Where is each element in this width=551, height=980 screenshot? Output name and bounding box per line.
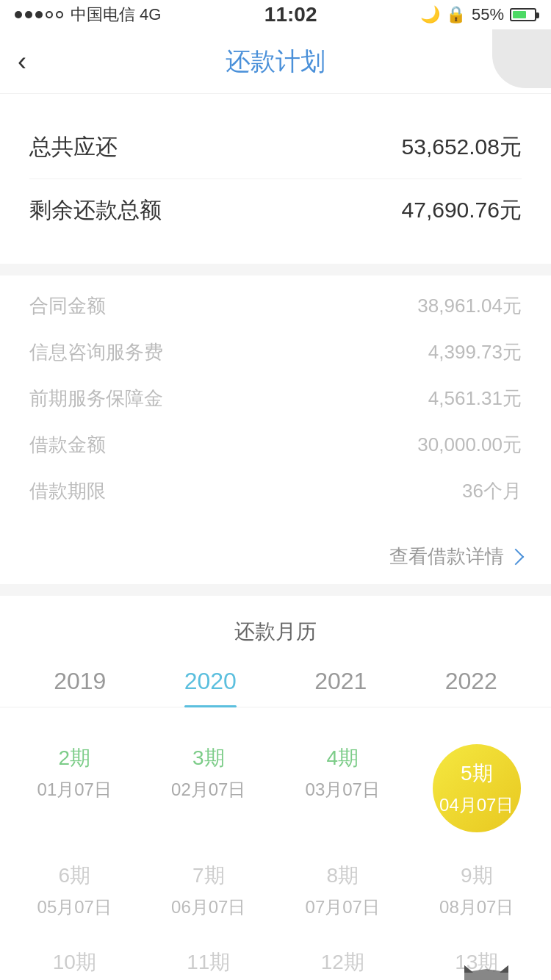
list-item[interactable]: 4期 03月07日 (276, 729, 410, 847)
service-fee-value: 4,399.73元 (428, 339, 522, 365)
list-item[interactable]: 9期 08月07日 (410, 847, 544, 934)
calendar-section: 还款月历 2019 2020 2021 2022 2期 01月07日 3期 02… (0, 596, 551, 980)
loan-term-label: 借款期限 (29, 478, 106, 504)
battery-percent: 55% (472, 5, 504, 24)
signal-icon (15, 11, 63, 18)
calendar-title: 还款月历 (0, 618, 551, 646)
loan-amount-row: 借款金额 30,000.00元 (29, 422, 522, 468)
remaining-value: 47,690.76元 (402, 195, 522, 226)
period-date: 07月07日 (306, 896, 380, 919)
sub-info-section: 合同金额 38,961.04元 信息咨询服务费 4,399.73元 前期服务保障… (0, 275, 551, 529)
guarantee-row: 前期服务保障金 4,561.31元 (29, 375, 522, 422)
moon-icon: 🌙 (420, 5, 440, 24)
list-item[interactable]: 2期 01月07日 (7, 729, 142, 847)
period-date: 08月07日 (439, 896, 514, 919)
remaining-label: 剩余还款总额 (29, 195, 162, 226)
status-bar: 中国电信 4G 11:02 🌙 🔒 55% (0, 0, 551, 29)
network-label: 4G (140, 5, 161, 24)
year-tabs: 2019 2020 2021 2022 (0, 668, 551, 707)
current-highlight: 5期 04月07日 (433, 744, 521, 832)
status-right: 🌙 🔒 55% (420, 5, 536, 24)
period-num: 2期 (58, 744, 90, 772)
service-fee-label: 信息咨询服务费 (29, 339, 163, 365)
guarantee-value: 4,561.31元 (428, 386, 522, 411)
period-num: 11期 (187, 948, 230, 976)
period-num: 12期 (321, 948, 364, 976)
list-item[interactable]: 3期 02月07日 (142, 729, 276, 847)
period-num: 8期 (326, 862, 359, 890)
guarantee-label: 前期服务保障金 (29, 386, 163, 411)
period-date: 01月07日 (37, 778, 112, 801)
header: ‹ 还款计划 (0, 29, 551, 94)
loan-amount-label: 借款金额 (29, 432, 106, 458)
period-date: 03月07日 (306, 778, 380, 801)
year-tab-2022[interactable]: 2022 (445, 668, 497, 707)
period-num: 5期 (461, 760, 493, 788)
loan-term-value: 36个月 (462, 478, 522, 504)
black-cat-watermark: BLACK CAT (422, 956, 551, 980)
view-detail-label: 查看借款详情 (389, 544, 504, 569)
total-repay-value: 53,652.08元 (402, 132, 522, 162)
list-item[interactable]: 7期 06月07日 (142, 847, 276, 934)
list-item[interactable]: 12期 11月07日 (276, 934, 410, 980)
lock-icon: 🔒 (446, 5, 466, 24)
status-left: 中国电信 4G (15, 4, 161, 26)
page-title: 还款计划 (226, 45, 325, 79)
view-detail-row[interactable]: 查看借款详情 (0, 529, 551, 584)
total-repay-label: 总共应还 (29, 132, 118, 162)
period-date: 05月07日 (37, 896, 112, 919)
loan-info-card: 总共应还 53,652.08元 剩余还款总额 47,690.76元 (0, 94, 551, 264)
list-item[interactable]: 8期 07月07日 (276, 847, 410, 934)
period-num: 10期 (53, 948, 96, 976)
loan-term-row: 借款期限 36个月 (29, 468, 522, 514)
time-label: 11:02 (264, 3, 317, 26)
year-tab-2020[interactable]: 2020 (184, 668, 237, 707)
period-num: 7期 (192, 862, 225, 890)
logo-area (478, 29, 551, 88)
contract-amount-value: 38,961.04元 (417, 293, 522, 319)
period-date: 04月07日 (439, 793, 514, 817)
total-repay-row: 总共应还 53,652.08元 (29, 116, 522, 179)
loan-amount-value: 30,000.00元 (417, 432, 522, 458)
contract-amount-label: 合同金额 (29, 293, 106, 319)
period-date: 02月07日 (171, 778, 245, 801)
period-date: 06月07日 (171, 896, 245, 919)
cat-icon (457, 965, 516, 980)
period-num: 3期 (192, 744, 225, 772)
chevron-right-icon (508, 548, 525, 565)
carrier-label: 中国电信 (71, 4, 135, 26)
month-grid: 2期 01月07日 3期 02月07日 4期 03月07日 5期 04月07日 … (0, 729, 551, 980)
current-period-cell[interactable]: 5期 04月07日 (410, 729, 544, 847)
contract-amount-row: 合同金额 38,961.04元 (29, 283, 522, 329)
period-num: 6期 (58, 862, 90, 890)
year-tab-2019[interactable]: 2019 (54, 668, 106, 707)
year-tab-2021[interactable]: 2021 (314, 668, 367, 707)
remaining-row: 剩余还款总额 47,690.76元 (29, 179, 522, 242)
period-num: 9期 (461, 862, 493, 890)
list-item[interactable]: 11期 10月07日 (142, 934, 276, 980)
back-button[interactable]: ‹ (18, 46, 26, 77)
list-item[interactable]: 10期 09月07日 (7, 934, 142, 980)
period-num: 4期 (326, 744, 359, 772)
list-item[interactable]: 6期 05月07日 (7, 847, 142, 934)
battery-icon (510, 8, 536, 21)
service-fee-row: 信息咨询服务费 4,399.73元 (29, 329, 522, 375)
